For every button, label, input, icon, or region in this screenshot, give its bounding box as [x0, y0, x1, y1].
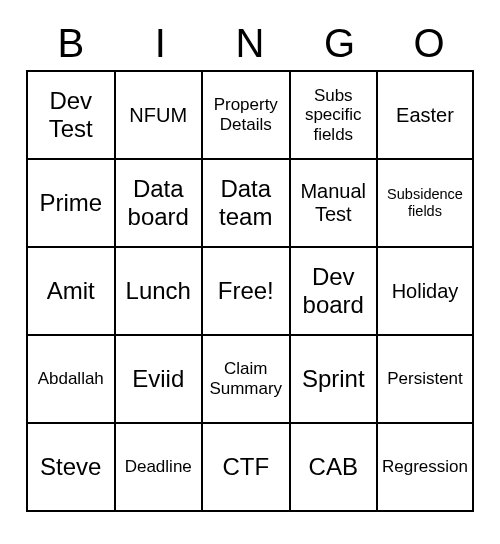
bingo-cell[interactable]: Eviid	[115, 335, 203, 423]
bingo-cell[interactable]: Manual Test	[290, 159, 378, 247]
bingo-cell[interactable]: Data board	[115, 159, 203, 247]
header-g: G	[295, 16, 385, 70]
bingo-cell[interactable]: Claim Summary	[202, 335, 290, 423]
bingo-cell[interactable]: Holiday	[377, 247, 473, 335]
bingo-cell[interactable]: Regression	[377, 423, 473, 511]
bingo-cell[interactable]: Persistent	[377, 335, 473, 423]
header-n: N	[205, 16, 295, 70]
bingo-cell[interactable]: Amit	[27, 247, 115, 335]
bingo-cell[interactable]: Sprint	[290, 335, 378, 423]
bingo-cell[interactable]: Dev board	[290, 247, 378, 335]
header-i: I	[116, 16, 206, 70]
bingo-header-row: B I N G O	[26, 16, 474, 70]
header-b: B	[26, 16, 116, 70]
bingo-cell[interactable]: Free!	[202, 247, 290, 335]
bingo-cell[interactable]: NFUM	[115, 71, 203, 159]
bingo-card: B I N G O Dev TestNFUMProperty DetailsSu…	[26, 16, 474, 512]
bingo-cell[interactable]: Prime	[27, 159, 115, 247]
bingo-cell[interactable]: CAB	[290, 423, 378, 511]
bingo-cell[interactable]: Deadline	[115, 423, 203, 511]
bingo-cell[interactable]: Abdallah	[27, 335, 115, 423]
bingo-cell[interactable]: Subsidence fields	[377, 159, 473, 247]
bingo-cell[interactable]: CTF	[202, 423, 290, 511]
header-o: O	[384, 16, 474, 70]
bingo-cell[interactable]: Easter	[377, 71, 473, 159]
bingo-cell[interactable]: Steve	[27, 423, 115, 511]
bingo-cell[interactable]: Dev Test	[27, 71, 115, 159]
bingo-cell[interactable]: Lunch	[115, 247, 203, 335]
bingo-cell[interactable]: Data team	[202, 159, 290, 247]
bingo-cell[interactable]: Property Details	[202, 71, 290, 159]
bingo-cell[interactable]: Subs specific fields	[290, 71, 378, 159]
bingo-grid: Dev TestNFUMProperty DetailsSubs specifi…	[26, 70, 474, 512]
